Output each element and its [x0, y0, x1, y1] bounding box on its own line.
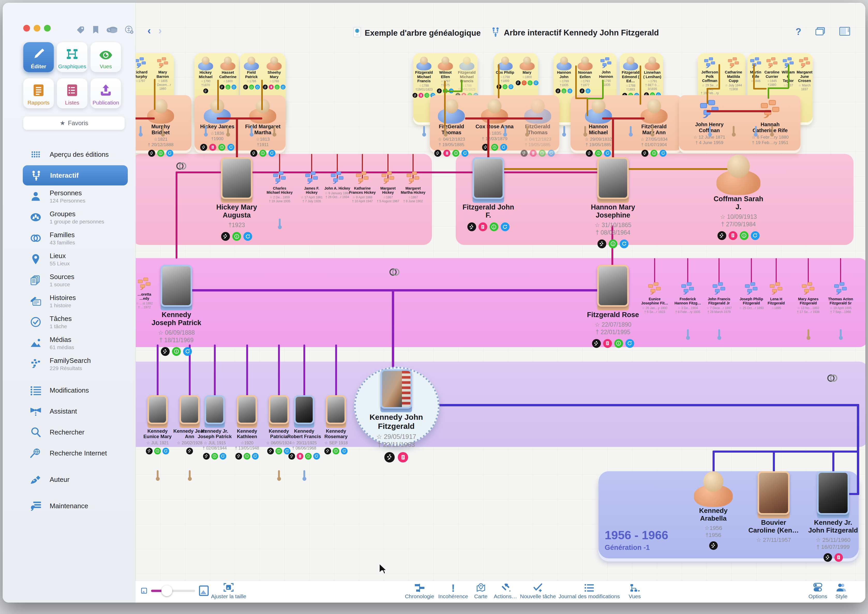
badge-fs-icon[interactable] — [586, 150, 593, 157]
badge-info-icon[interactable] — [249, 85, 254, 90]
badge-doc-icon[interactable] — [269, 85, 274, 90]
badge-info-icon[interactable] — [561, 88, 566, 93]
badge-fs-icon[interactable] — [384, 452, 395, 462]
person-martin-rife[interactable]: Martin Rife☆1846 — [747, 57, 764, 83]
sidebar-item-interactif[interactable]: Interactif — [23, 165, 128, 185]
badge-fs-icon[interactable] — [203, 88, 208, 93]
badge-sync-icon[interactable] — [660, 150, 666, 157]
badge-fs-icon[interactable] — [597, 239, 606, 248]
sidebar-item-personnes[interactable]: Personnes124 Personnes — [3, 186, 135, 206]
badge-info-icon[interactable] — [651, 150, 657, 157]
person-kennedy-jr-[interactable]: Kennedy Jr.John Fitzgerald☆ 25/11/1960† … — [799, 471, 865, 562]
badge-alert-icon[interactable] — [522, 81, 527, 85]
person-kennedy[interactable]: KennedyJoseph Patrick☆ 06/09/1888† 18/11… — [141, 265, 211, 356]
badge-sync-icon[interactable] — [268, 150, 276, 157]
windows-icon[interactable] — [815, 26, 826, 37]
badge-fs-icon[interactable] — [521, 150, 528, 157]
badge-sync-icon[interactable] — [231, 85, 236, 90]
badge-fs-icon[interactable] — [146, 448, 153, 454]
badge-sync-icon[interactable] — [501, 222, 510, 231]
person-john-hannon[interactable]: John Hannon☆1790†1835 — [596, 57, 617, 87]
sidebar-item-maintenance[interactable]: Maintenance — [3, 496, 135, 516]
minimize-button[interactable] — [34, 25, 40, 31]
person-field-margaret[interactable]: Field MargaretMartha☆1813†1911 — [240, 99, 285, 157]
badge-fs-icon[interactable] — [718, 231, 726, 240]
badge-info-icon[interactable] — [491, 144, 498, 151]
badge-fs-icon[interactable] — [592, 339, 601, 348]
person-fitzgerald[interactable]: FitzGeraldThomas☆ 04/12/1823† 19/05/1885 — [516, 99, 559, 157]
tree-add-icon[interactable] — [124, 25, 134, 35]
person-jefferson-polk[interactable]: Jefferson PolkCoffman☆ 29 Se…r 1845† 19 … — [699, 57, 720, 99]
sidebar-toggle-icon[interactable] — [839, 26, 850, 37]
badge-info-icon[interactable] — [528, 81, 533, 85]
badge-info-icon[interactable] — [609, 239, 617, 248]
badge-sync-icon[interactable] — [227, 144, 234, 151]
badge-fs-icon[interactable] — [148, 150, 155, 157]
person-richard[interactable]: RichardMurphy☆1797 — [135, 57, 151, 83]
badge-fs-icon[interactable] — [412, 93, 417, 98]
badge-info-icon[interactable] — [614, 339, 623, 348]
badge-fs-icon[interactable] — [823, 553, 832, 562]
badge-info-icon[interactable] — [490, 222, 498, 231]
toolbar-journal-des-modifications[interactable]: Journal des modifications — [559, 583, 620, 600]
person-hannon-mary[interactable]: Hannon MaryJosephine☆ 31/10/1865† 08/08/… — [578, 157, 648, 248]
badge-info-icon[interactable] — [453, 150, 459, 157]
person-john-henry[interactable]: John HenryCoffman☆ 12 June 1871† 4 June … — [684, 99, 735, 146]
toolbar-incoh-rence[interactable]: !Incohérence — [438, 583, 468, 600]
badge-sync-icon[interactable] — [166, 150, 173, 157]
badge-doc-icon[interactable] — [834, 553, 843, 562]
sidebar-item-recherche-internet[interactable]: Recherche Internet — [3, 443, 135, 463]
sidebar-item-t-ches[interactable]: Tâches1 tâche — [3, 312, 135, 332]
person-hickey-michael[interactable]: Hickey Michael☆1790†1870 — [195, 57, 216, 93]
badge-doc-icon[interactable] — [603, 339, 612, 348]
person-kennedy[interactable]: KennedyArabella☆1956†1956 — [679, 471, 747, 550]
close-button[interactable] — [23, 25, 30, 31]
badge-fs-icon[interactable] — [250, 150, 257, 157]
badge-sync-icon[interactable] — [567, 88, 572, 93]
badge-info-icon[interactable] — [305, 453, 312, 460]
badge-fs-icon[interactable] — [467, 222, 476, 231]
fit-size-button[interactable]: Ajuster la taille — [211, 583, 246, 600]
zoom-in-icon[interactable] — [198, 585, 209, 596]
badge-fs-icon[interactable] — [437, 88, 442, 93]
badge-fs-icon[interactable] — [220, 85, 225, 90]
person-fitzgerald[interactable]: FitzGeraldThomas☆ 04/12/1823† 19/05/1885 — [430, 99, 473, 157]
badge-sync-icon[interactable] — [586, 88, 591, 93]
badge-sync-icon[interactable] — [548, 150, 555, 157]
toolbar-nouvelle-t-che[interactable]: Nouvelle tâche — [520, 583, 556, 600]
badge-info-icon[interactable] — [157, 150, 164, 157]
person-margaret-june[interactable]: Margaret JuneCrosen☆ March 1837 — [796, 57, 813, 91]
sidebar-item-assistant[interactable]: Assistant — [3, 401, 135, 421]
badge-doc-icon[interactable] — [209, 144, 216, 151]
badge-sync-icon[interactable] — [533, 81, 538, 85]
badge-sync-icon[interactable] — [508, 84, 513, 89]
badge-fs-icon[interactable] — [288, 453, 295, 460]
bookmark-icon[interactable] — [92, 25, 99, 35]
badge-sync-icon[interactable] — [243, 232, 252, 241]
person-hannah[interactable]: HannahCatherine Rife☆ 6 Febr…ry 1880† 19… — [744, 99, 796, 146]
badge-fs-icon[interactable] — [324, 448, 331, 454]
badge-sync-icon[interactable] — [183, 347, 192, 356]
badge-fs-icon[interactable] — [221, 232, 230, 241]
badge-sync-icon[interactable] — [751, 231, 760, 240]
sidebar-item-auteur[interactable]: Auteur — [3, 470, 135, 490]
person-cox-rose-anna[interactable]: Cox Rose Anna☆1835† 12/03/1879 — [473, 99, 516, 151]
help-button[interactable]: ? — [795, 26, 801, 37]
person-caroline[interactable]: CarolineCurrier☆1845†1880 — [764, 57, 780, 87]
badge-info-icon[interactable] — [502, 84, 507, 89]
module-button-rapports[interactable]: Rapports — [23, 78, 54, 109]
person-margaret[interactable]: MargaretMartha Hickey☆1867† 8 June 1902 — [394, 171, 433, 203]
sidebar-item-familles[interactable]: Familles43 familles — [3, 228, 135, 248]
badge-info-icon[interactable] — [275, 85, 280, 90]
badge-fs-icon[interactable] — [236, 453, 242, 460]
module-button-listes[interactable]: Listes — [57, 78, 87, 109]
badge-info-icon[interactable] — [154, 448, 161, 454]
person-catharine[interactable]: CatharineMatilda Cupp☆ July 1844†1908 — [723, 57, 744, 91]
badge-sync-icon[interactable] — [625, 339, 634, 348]
badge-fs-icon[interactable] — [200, 144, 207, 151]
person-linnehan[interactable]: Linnehan( Lenihan)☆1791† BET 0…3/1835 — [642, 57, 663, 97]
person-hannon[interactable]: HannonMichael☆ 29/09/1832† 19/05/1885 — [573, 99, 625, 157]
badge-fs-icon[interactable] — [267, 448, 274, 454]
badge-info-icon[interactable] — [232, 232, 241, 241]
badge-doc-icon[interactable] — [479, 222, 487, 231]
